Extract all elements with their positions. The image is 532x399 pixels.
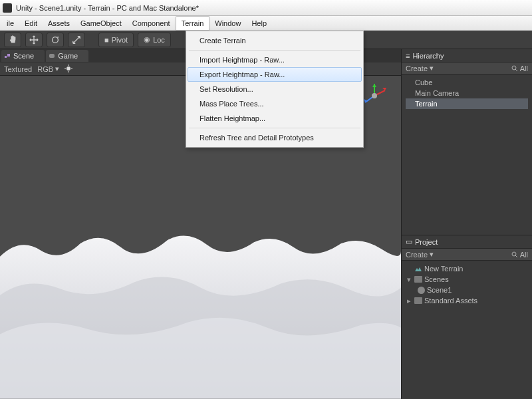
chevron-down-icon: ▾ (430, 250, 434, 259)
hierarchy-item-terrain[interactable]: Terrain (406, 98, 528, 109)
svg-point-2 (66, 66, 70, 70)
unity-scene-icon (418, 287, 425, 294)
tool-rotate[interactable] (47, 33, 64, 47)
tool-scale[interactable] (68, 33, 85, 47)
tab-scene[interactable]: Scene (1, 50, 45, 62)
project-item-scene1[interactable]: Scene1 (403, 285, 531, 295)
pivot-toggle[interactable]: ■Pivot (98, 33, 134, 47)
window-title-bar: Unity - Scene1.unity - Terrain - PC and … (0, 0, 532, 16)
hierarchy-list: Cube Main Camera Terrain (402, 74, 532, 235)
search-icon (511, 65, 518, 72)
terrain-menu-dropdown: Create Terrain Import Heightmap - Raw...… (186, 31, 364, 148)
hierarchy-item-cube[interactable]: Cube (406, 77, 528, 88)
menu-item-set-resolution[interactable]: Set Resolution... (188, 82, 362, 96)
hierarchy-create-dropdown[interactable]: Create▾ (406, 64, 434, 72)
hierarchy-header: ≡ Hierarchy (402, 49, 532, 63)
local-icon: ◉ (144, 35, 150, 44)
view-gizmo[interactable] (360, 81, 389, 110)
project-icon: ▭ (406, 237, 412, 246)
menu-edit[interactable]: Edit (19, 16, 43, 30)
project-create-dropdown[interactable]: Create▾ (406, 250, 434, 259)
hierarchy-icon: ≡ (406, 52, 410, 60)
menu-gameobject[interactable]: GameObject (75, 16, 127, 30)
svg-marker-12 (372, 84, 376, 87)
menu-item-flatten-heightmap[interactable]: Flatten Heightmap... (188, 111, 362, 126)
terrain-mesh (0, 205, 401, 399)
disclosure-closed-icon[interactable]: ▸ (407, 297, 412, 305)
hierarchy-item-main-camera[interactable]: Main Camera (406, 88, 528, 98)
tool-move[interactable] (25, 33, 43, 47)
folder-icon (414, 276, 422, 283)
unity-app-icon (3, 3, 12, 13)
light-toggle[interactable] (65, 65, 72, 74)
svg-point-10 (372, 93, 377, 98)
tool-hand[interactable] (4, 33, 21, 47)
menu-component[interactable]: Component (127, 16, 176, 30)
svg-line-17 (515, 255, 517, 257)
shading-dropdown[interactable]: Textured (4, 65, 32, 73)
hierarchy-panel: ≡ Hierarchy Create▾ All Cube Main Camera… (402, 49, 532, 235)
menu-help[interactable]: Help (246, 16, 272, 30)
svg-line-15 (515, 69, 517, 71)
game-tab-icon (49, 53, 55, 59)
project-search[interactable]: All (511, 251, 528, 259)
window-title: Unity - Scene1.unity - Terrain - PC and … (16, 4, 199, 12)
chevron-down-icon: ▾ (55, 65, 59, 73)
menu-bar: ile Edit Assets GameObject Component Ter… (0, 16, 532, 31)
draw-mode-dropdown[interactable]: RGB▾ (37, 65, 59, 73)
menu-terrain[interactable]: Terrain (176, 16, 210, 30)
tab-game[interactable]: Game (46, 50, 88, 62)
project-tree: New Terrain ▾ Scenes Scene1 ▸ Standard A… (402, 261, 532, 309)
menu-item-import-heightmap[interactable]: Import Heightmap - Raw... (188, 53, 362, 67)
search-icon (511, 251, 518, 258)
pivot-icon: ■ (104, 36, 109, 44)
project-panel: ▭ Project Create▾ All New Terrain ▾ (402, 235, 532, 399)
menu-item-mass-place-trees[interactable]: Mass Place Trees... (188, 96, 362, 111)
menu-file[interactable]: ile (1, 16, 19, 30)
chevron-down-icon: ▾ (430, 64, 434, 72)
svg-rect-1 (49, 54, 55, 58)
menu-window[interactable]: Window (209, 16, 246, 30)
menu-divider (189, 128, 360, 128)
menu-assets[interactable]: Assets (43, 16, 75, 30)
project-header: ▭ Project (402, 235, 532, 249)
project-item-new-terrain[interactable]: New Terrain (403, 263, 531, 274)
menu-item-refresh-prototypes[interactable]: Refresh Tree and Detail Prototypes (188, 130, 362, 145)
folder-icon (414, 297, 422, 304)
menu-item-export-heightmap[interactable]: Export Heightmap - Raw... (188, 67, 362, 82)
menu-item-create-terrain[interactable]: Create Terrain (188, 33, 362, 48)
disclosure-open-icon[interactable]: ▾ (407, 275, 412, 284)
menu-divider (189, 50, 360, 51)
hierarchy-search[interactable]: All (511, 65, 528, 72)
scene-tab-icon (4, 53, 11, 59)
project-item-scenes[interactable]: ▾ Scenes (403, 274, 531, 285)
terrain-asset-icon (414, 265, 422, 273)
svg-point-0 (53, 37, 59, 43)
local-toggle[interactable]: ◉Loc (138, 33, 171, 47)
project-item-standard-assets[interactable]: ▸ Standard Assets (403, 295, 531, 306)
